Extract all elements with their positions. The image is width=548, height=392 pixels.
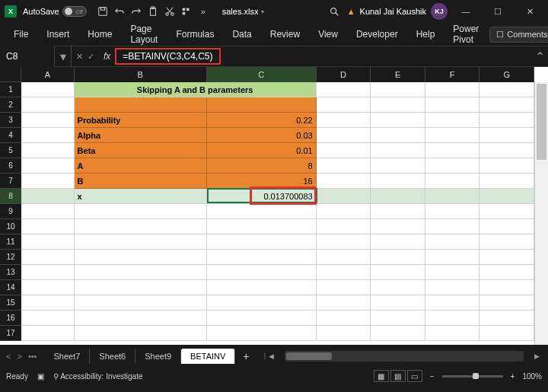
maximize-button[interactable]: ☐ (484, 1, 511, 22)
cell-E15[interactable] (371, 295, 425, 311)
row-header-1[interactable]: 1 (0, 82, 21, 97)
col-header-F[interactable]: F (425, 67, 480, 82)
autosave-toggle[interactable]: Off (62, 6, 87, 17)
cell-C11[interactable] (207, 234, 317, 250)
cell-D1[interactable] (317, 82, 371, 97)
cell-A7[interactable] (21, 174, 75, 189)
cell-F15[interactable] (425, 295, 480, 311)
view-pagebreak-icon[interactable]: ▭ (407, 370, 422, 382)
cancel-formula-icon[interactable]: ✕ (76, 52, 83, 62)
status-accessibility[interactable]: ⚲ Accessibility: Investigate (53, 372, 143, 381)
cell-G5[interactable] (480, 143, 534, 158)
tab-nav-more[interactable]: ••• (28, 352, 37, 361)
cell-D6[interactable] (317, 158, 371, 174)
ribbon-tab-file[interactable]: File (6, 26, 36, 43)
cell-C13[interactable] (207, 265, 317, 280)
cell-F2[interactable] (425, 97, 480, 113)
cell-C15[interactable] (207, 295, 317, 311)
cell-E17[interactable] (371, 326, 425, 341)
col-header-C[interactable]: C (207, 67, 317, 82)
cell-D17[interactable] (317, 326, 371, 341)
cell-G1[interactable] (480, 82, 534, 97)
cell-D2[interactable] (317, 97, 371, 113)
cell-A1[interactable] (21, 82, 75, 97)
ribbon-tab-help[interactable]: Help (409, 26, 443, 43)
row-header-13[interactable]: 13 (0, 265, 21, 280)
cell-G7[interactable] (480, 174, 534, 189)
sheet-tab-Sheet9[interactable]: Sheet9 (135, 349, 181, 364)
cell-G6[interactable] (480, 158, 534, 174)
cell-F10[interactable] (425, 219, 480, 234)
cell-E1[interactable] (371, 82, 425, 97)
cell-A8[interactable] (21, 189, 75, 204)
ribbon-tab-developer[interactable]: Developer (349, 26, 406, 43)
minimize-button[interactable]: — (452, 1, 480, 22)
cell-G8[interactable] (480, 189, 534, 204)
row-header-2[interactable]: 2 (0, 97, 21, 113)
cell-F12[interactable] (425, 250, 480, 265)
cell-E7[interactable] (371, 174, 425, 189)
cell-C12[interactable] (207, 250, 317, 265)
cell-D11[interactable] (317, 234, 371, 250)
cell-E10[interactable] (371, 219, 425, 234)
cell-D13[interactable] (317, 265, 371, 280)
cell-C8[interactable]: 0.013700083 (207, 189, 317, 204)
add-sheet-button[interactable]: + (235, 347, 256, 365)
ribbon-tab-view[interactable]: View (311, 26, 346, 43)
col-header-A[interactable]: A (21, 67, 75, 82)
cell-E13[interactable] (371, 265, 425, 280)
accept-formula-icon[interactable]: ✓ (88, 52, 94, 62)
name-box[interactable]: C8 (0, 46, 55, 67)
row-header-6[interactable]: 6 (0, 158, 21, 174)
cell-F3[interactable] (425, 113, 480, 128)
row-header-7[interactable]: 7 (0, 174, 21, 189)
cell-D12[interactable] (317, 250, 371, 265)
horizontal-scrollbar[interactable] (285, 351, 524, 362)
row-header-15[interactable]: 15 (0, 295, 21, 311)
cell-B15[interactable] (75, 295, 207, 311)
row-header-12[interactable]: 12 (0, 250, 21, 265)
cell-C4[interactable]: 0.03 (207, 128, 317, 143)
cell-G3[interactable] (480, 113, 534, 128)
cell-B10[interactable] (75, 219, 207, 234)
touch-icon[interactable] (178, 3, 195, 20)
cell-A2[interactable] (21, 97, 75, 113)
cell-A17[interactable] (21, 326, 75, 341)
cell-D9[interactable] (317, 204, 371, 219)
cell-B12[interactable] (75, 250, 207, 265)
cell-D10[interactable] (317, 219, 371, 234)
cell-A14[interactable] (21, 280, 75, 295)
cell-D14[interactable] (317, 280, 371, 295)
row-header-9[interactable]: 9 (0, 204, 21, 219)
cell-E6[interactable] (371, 158, 425, 174)
cell-B3[interactable]: Probability (75, 113, 207, 128)
comments-button[interactable]: ☐ Comments (489, 27, 548, 43)
avatar[interactable]: KJ (431, 3, 448, 20)
cell-A4[interactable] (21, 128, 75, 143)
cell-D3[interactable] (317, 113, 371, 128)
cell-A6[interactable] (21, 158, 75, 174)
cell-D5[interactable] (317, 143, 371, 158)
cell-F9[interactable] (425, 204, 480, 219)
col-header-G[interactable]: G (480, 67, 534, 82)
cell-G13[interactable] (480, 265, 534, 280)
zoom-level[interactable]: 100% (522, 372, 542, 381)
col-header-B[interactable]: B (75, 67, 207, 82)
cell-B16[interactable] (75, 311, 207, 326)
cell-C17[interactable] (207, 326, 317, 341)
cell-F1[interactable] (425, 82, 480, 97)
zoom-slider[interactable] (442, 375, 503, 378)
cell-E5[interactable] (371, 143, 425, 158)
row-header-11[interactable]: 11 (0, 234, 21, 250)
cell-A16[interactable] (21, 311, 75, 326)
cell-A10[interactable] (21, 219, 75, 234)
row-header-10[interactable]: 10 (0, 219, 21, 234)
cut-icon[interactable] (161, 3, 178, 20)
cell-A9[interactable] (21, 204, 75, 219)
ribbon-tab-powerpivot[interactable]: Power Pivot (445, 21, 486, 48)
row-header-4[interactable]: 4 (0, 128, 21, 143)
more-icon[interactable]: » (195, 3, 212, 20)
clipboard-icon[interactable] (145, 3, 161, 20)
cell-B5[interactable]: Beta (75, 143, 207, 158)
cell-E8[interactable] (371, 189, 425, 204)
